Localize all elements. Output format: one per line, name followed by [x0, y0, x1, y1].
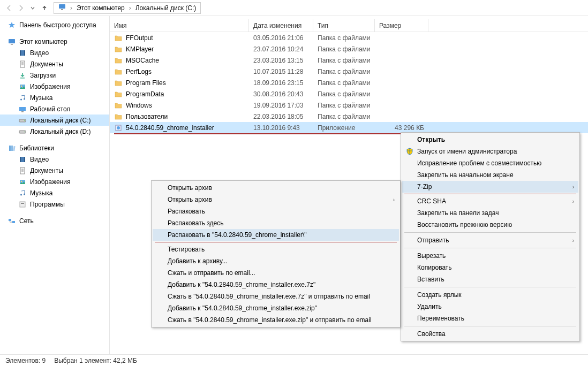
sidebar-item[interactable]: Документы	[0, 58, 109, 70]
sidebar-item[interactable]: Изображения	[0, 176, 109, 187]
doc-icon	[18, 60, 27, 68]
ctx-properties[interactable]: Свойства	[402, 328, 578, 340]
column-size[interactable]: Размер	[375, 19, 428, 32]
film-icon	[18, 155, 27, 164]
ctx-run-as-admin[interactable]: Запуск от имени администратора	[402, 146, 578, 157]
column-name[interactable]: Имя	[110, 19, 249, 32]
separator	[404, 287, 576, 287]
file-row[interactable]: MSOCache23.03.2016 13:15Папка с файлами	[110, 55, 588, 66]
nav-back-button[interactable]	[3, 2, 15, 14]
svg-rect-2	[9, 39, 15, 43]
sidebar-item[interactable]: Видео	[0, 154, 109, 165]
ctx-cut[interactable]: Вырезать	[402, 250, 578, 262]
music-icon	[18, 189, 27, 197]
svg-rect-19	[9, 146, 11, 151]
breadcrumb-item[interactable]: Этот компьютер	[74, 4, 127, 12]
svg-point-11	[20, 98, 22, 100]
status-item-count: Элементов: 9	[5, 357, 46, 364]
7z-add-7z[interactable]: Добавить к "54.0.2840.59_chrome_installe…	[153, 279, 399, 291]
separator	[404, 248, 576, 248]
img-icon	[18, 82, 27, 91]
file-row[interactable]: Windows19.09.2016 17:03Папка с файлами	[110, 100, 588, 111]
separator	[404, 326, 576, 326]
file-row[interactable]: KMPlayer23.07.2016 10:24Папка с файлами	[110, 43, 588, 55]
7z-compress-7z-email[interactable]: Сжать в "54.0.2840.59_chrome_installer.e…	[153, 291, 399, 302]
ctx-crc-sha[interactable]: CRC SHA›	[402, 195, 578, 207]
file-row[interactable]: Program Files18.09.2016 23:15Папка с фай…	[110, 77, 588, 88]
separator	[404, 194, 576, 194]
network-icon	[7, 217, 16, 225]
7z-add-zip[interactable]: Добавить к "54.0.2840.59_chrome_installe…	[153, 302, 399, 314]
nav-recent-dropdown[interactable]	[27, 2, 39, 14]
7z-open-archive[interactable]: Открыть архив	[153, 182, 399, 194]
file-row[interactable]: Пользователи22.03.2016 18:05Папка с файл…	[110, 111, 588, 122]
folder-icon	[114, 45, 123, 54]
pc-icon	[7, 37, 16, 46]
sidebar-item[interactable]: Видео	[0, 47, 109, 58]
svg-rect-8	[20, 78, 25, 79]
7z-extract-here[interactable]: Распаковать здесь	[153, 217, 399, 229]
toolbar: › Этот компьютер › Локальный диск (C:)	[0, 0, 588, 16]
sidebar-item[interactable]: Локальный диск (C:)	[0, 115, 109, 126]
ctx-compat[interactable]: Исправление проблем с совместимостью	[402, 157, 578, 169]
folder-icon	[114, 112, 123, 121]
file-row[interactable]: 54.0.2840.59_chrome_installer13.10.2016 …	[110, 122, 588, 133]
column-type[interactable]: Тип	[313, 19, 375, 32]
folder-icon	[114, 34, 123, 42]
svg-point-10	[21, 85, 22, 86]
7z-extract-to-folder[interactable]: Распаковать в "54.0.2840.59_chrome_insta…	[153, 229, 399, 241]
context-menu-main: Открыть Запуск от имени администратора И…	[401, 132, 580, 341]
svg-point-29	[24, 193, 25, 195]
7z-open-archive-as[interactable]: Открыть архив›	[153, 194, 399, 205]
7z-add-to-archive[interactable]: Добавить к архиву...	[153, 255, 399, 267]
film-icon	[18, 49, 27, 57]
svg-point-16	[24, 120, 25, 121]
7z-compress-zip-email[interactable]: Сжать в "54.0.2840.59_chrome_installer.e…	[153, 314, 399, 326]
svg-rect-3	[11, 44, 13, 45]
sidebar-item[interactable]: Программы	[0, 199, 109, 210]
svg-rect-5	[20, 50, 21, 56]
breadcrumb-item[interactable]: Локальный диск (C:)	[133, 4, 199, 12]
sidebar-item[interactable]: Музыка	[0, 92, 109, 103]
sidebar-quick-access[interactable]: Панель быстрого доступа	[0, 19, 109, 30]
sidebar-item[interactable]: Документы	[0, 165, 109, 176]
sidebar-item[interactable]: Рабочий стол	[0, 103, 109, 115]
ctx-pin-taskbar[interactable]: Закрепить на панели задач	[402, 207, 578, 219]
7z-test[interactable]: Тестировать	[153, 243, 399, 255]
svg-rect-31	[21, 203, 24, 204]
svg-point-27	[21, 180, 22, 181]
sidebar-libraries[interactable]: Библиотеки	[0, 142, 109, 154]
file-row[interactable]: PerfLogs10.07.2015 11:28Папка с файлами	[110, 66, 588, 77]
file-row[interactable]: ProgramData30.08.2016 20:43Папка с файла…	[110, 88, 588, 100]
status-selection: Выбран 1 элемент: 42,2 МБ	[54, 357, 137, 364]
separator	[404, 232, 576, 233]
chevron-right-icon: ›	[572, 238, 574, 243]
sidebar-network[interactable]: Сеть	[0, 215, 109, 226]
status-bar: Элементов: 9 Выбран 1 элемент: 42,2 МБ	[0, 354, 588, 366]
svg-rect-30	[20, 202, 25, 207]
ctx-pin-start[interactable]: Закрепить на начальном экране	[402, 169, 578, 181]
svg-point-35	[117, 126, 120, 129]
ctx-7zip[interactable]: 7-Zip›	[402, 181, 578, 193]
ctx-open[interactable]: Открыть	[402, 134, 578, 146]
ctx-restore-version[interactable]: Восстановить прежнюю версию	[402, 219, 578, 231]
sidebar-item[interactable]: Музыка	[0, 187, 109, 199]
7z-compress-email[interactable]: Сжать и отправить по email...	[153, 267, 399, 279]
sidebar-this-pc[interactable]: Этот компьютер	[0, 36, 109, 47]
address-bar[interactable]: › Этот компьютер › Локальный диск (C:)	[54, 2, 201, 14]
ctx-copy[interactable]: Копировать	[402, 262, 578, 273]
7z-extract[interactable]: Распаковать	[153, 205, 399, 217]
ctx-create-shortcut[interactable]: Создать ярлык	[402, 289, 578, 301]
ctx-rename[interactable]: Переименовать	[402, 312, 578, 324]
sidebar-item[interactable]: Локальный диск (D:)	[0, 126, 109, 137]
ctx-send-to[interactable]: Отправить›	[402, 234, 578, 246]
sidebar-item[interactable]: Загрузки	[0, 70, 109, 81]
nav-up-button[interactable]	[39, 2, 50, 14]
sidebar-item[interactable]: Изображения	[0, 81, 109, 92]
nav-forward-button[interactable]	[15, 2, 27, 14]
file-row[interactable]: FFOutput03.05.2016 21:06Папка с файлами	[110, 32, 588, 43]
ctx-delete[interactable]: Удалить	[402, 301, 578, 312]
ctx-paste[interactable]: Вставить	[402, 273, 578, 285]
column-date[interactable]: Дата изменения	[249, 19, 313, 32]
svg-rect-13	[19, 107, 26, 111]
